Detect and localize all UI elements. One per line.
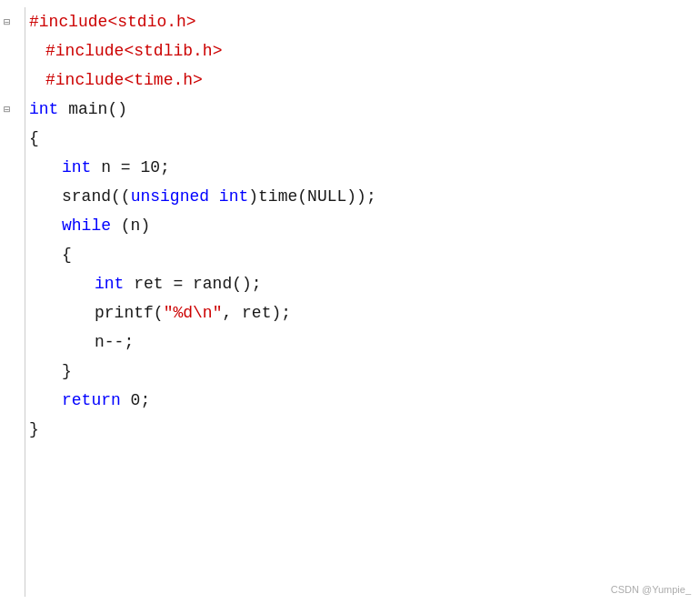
code-line: return 0; (29, 386, 700, 415)
token: int (29, 95, 58, 124)
code-area: ⊟⊟ #include<stdio.h>#include<stdlib.h>#i… (0, 0, 700, 604)
gutter-item[interactable]: ⊟ (2, 7, 10, 36)
code-line: n--; (29, 327, 700, 357)
code-line: int main() (29, 95, 700, 124)
token: int (95, 269, 124, 298)
gutter-item (2, 327, 4, 357)
gutter-item (2, 240, 4, 269)
code-line: { (29, 240, 700, 269)
gutter-item (2, 36, 4, 65)
gutter-item (2, 124, 4, 153)
token: int (62, 153, 91, 182)
gutter-item (2, 65, 4, 95)
code-line: #include<stdio.h> (29, 7, 700, 36)
code-line: #include<stdlib.h> (29, 36, 700, 65)
token (209, 182, 219, 211)
gutter-item (2, 211, 4, 240)
gutter-item (2, 153, 4, 182)
token: )time(NULL)); (248, 182, 375, 211)
token: (n) (111, 211, 150, 240)
token: <stdio.h> (107, 7, 195, 36)
code-line: #include<time.h> (29, 65, 700, 95)
token: n = 10; (91, 153, 169, 182)
token: } (29, 415, 39, 444)
code-line: while (n) (29, 211, 700, 240)
code-line: srand((unsigned int)time(NULL)); (29, 182, 700, 211)
token: , ret); (222, 298, 291, 327)
token: unsigned (131, 182, 209, 211)
collapse-icon[interactable]: ⊟ (4, 15, 10, 29)
token: { (62, 240, 72, 269)
token: int (219, 182, 248, 211)
gutter-item[interactable]: ⊟ (2, 95, 10, 124)
editor-container: ⊟⊟ #include<stdio.h>#include<stdlib.h>#i… (0, 0, 700, 604)
token: #include (45, 36, 124, 65)
code-line: } (29, 415, 700, 444)
token: #include (45, 65, 124, 95)
gutter-item (2, 182, 4, 211)
token: 0; (121, 386, 150, 415)
token: { (29, 124, 39, 153)
token: ret = rand(); (124, 269, 261, 298)
token: <stdlib.h> (124, 36, 222, 65)
token: printf( (95, 298, 164, 327)
token: while (62, 211, 111, 240)
token: #include (29, 7, 107, 36)
gutter-item (2, 415, 4, 444)
token: n--; (95, 327, 134, 357)
token: <time.h> (124, 65, 202, 95)
collapse-icon[interactable]: ⊟ (4, 103, 10, 116)
gutter-item (2, 386, 4, 415)
gutter-item (2, 269, 4, 298)
gutter: ⊟⊟ (0, 7, 25, 597)
code-line: int n = 10; (29, 153, 700, 182)
gutter-item (2, 357, 4, 386)
code-line: } (29, 357, 700, 386)
code-line: int ret = rand(); (29, 269, 700, 298)
code-lines: #include<stdio.h>#include<stdlib.h>#incl… (29, 7, 700, 597)
token: } (62, 357, 72, 386)
token: "%d\n" (164, 298, 223, 327)
code-line: { (29, 124, 700, 153)
code-line: printf("%d\n", ret); (29, 298, 700, 327)
token: main() (58, 95, 127, 124)
gutter-item (2, 298, 4, 327)
token: return (62, 386, 121, 415)
watermark: CSDN @Yumpie_ (611, 584, 691, 595)
token: srand(( (62, 182, 131, 211)
